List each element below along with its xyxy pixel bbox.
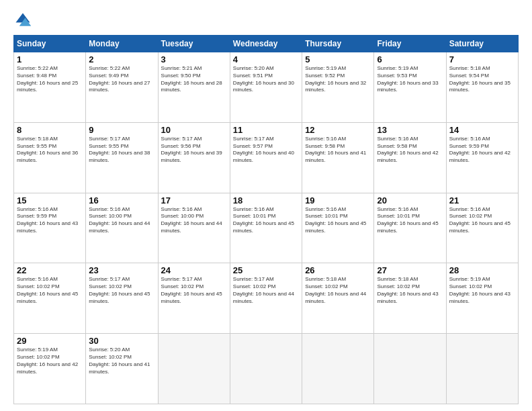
day-number: 5 — [305, 54, 371, 64]
day-detail: Sunrise: 5:16 AM Sunset: 9:58 PM Dayligh… — [305, 136, 371, 165]
day-detail: Sunrise: 5:16 AM Sunset: 10:00 PM Daylig… — [89, 206, 154, 235]
day-cell-11: 11Sunrise: 5:17 AM Sunset: 9:57 PM Dayli… — [230, 122, 302, 193]
day-number: 11 — [233, 125, 299, 135]
day-cell-20: 20Sunrise: 5:16 AM Sunset: 10:01 PM Dayl… — [374, 193, 446, 263]
day-cell-5: 5Sunrise: 5:19 AM Sunset: 9:52 PM Daylig… — [302, 52, 374, 123]
day-detail: Sunrise: 5:17 AM Sunset: 10:02 PM Daylig… — [233, 276, 299, 305]
day-detail: Sunrise: 5:17 AM Sunset: 10:02 PM Daylig… — [161, 276, 227, 305]
day-number: 10 — [161, 125, 227, 135]
day-number: 27 — [377, 265, 443, 275]
day-number: 17 — [161, 195, 227, 205]
day-detail: Sunrise: 5:16 AM Sunset: 10:00 PM Daylig… — [161, 206, 227, 235]
weekday-tuesday: Tuesday — [158, 36, 230, 52]
day-cell-2: 2Sunrise: 5:22 AM Sunset: 9:49 PM Daylig… — [86, 52, 158, 123]
weekday-saturday: Saturday — [446, 36, 518, 52]
day-number: 7 — [449, 54, 515, 64]
day-number: 21 — [449, 195, 515, 205]
page: SundayMondayTuesdayWednesdayThursdayFrid… — [0, 0, 532, 411]
empty-cell — [446, 334, 518, 404]
empty-cell — [158, 334, 230, 404]
day-number: 8 — [17, 125, 83, 135]
week-row-3: 15Sunrise: 5:16 AM Sunset: 9:59 PM Dayli… — [14, 193, 519, 263]
weekday-friday: Friday — [374, 36, 446, 52]
weekday-sunday: Sunday — [14, 36, 86, 52]
day-detail: Sunrise: 5:16 AM Sunset: 10:01 PM Daylig… — [305, 206, 371, 235]
day-number: 25 — [233, 265, 299, 275]
day-detail: Sunrise: 5:19 AM Sunset: 10:02 PM Daylig… — [17, 347, 83, 375]
day-number: 12 — [305, 125, 371, 135]
day-cell-6: 6Sunrise: 5:19 AM Sunset: 9:53 PM Daylig… — [374, 52, 446, 123]
day-number: 19 — [305, 195, 371, 205]
day-cell-19: 19Sunrise: 5:16 AM Sunset: 10:01 PM Dayl… — [302, 193, 374, 263]
day-cell-28: 28Sunrise: 5:19 AM Sunset: 10:02 PM Dayl… — [446, 263, 518, 334]
day-detail: Sunrise: 5:18 AM Sunset: 9:55 PM Dayligh… — [17, 136, 83, 165]
day-cell-12: 12Sunrise: 5:16 AM Sunset: 9:58 PM Dayli… — [302, 122, 374, 193]
day-detail: Sunrise: 5:20 AM Sunset: 9:51 PM Dayligh… — [233, 65, 299, 94]
day-detail: Sunrise: 5:16 AM Sunset: 10:02 PM Daylig… — [17, 276, 83, 305]
day-number: 29 — [17, 336, 83, 346]
weekday-wednesday: Wednesday — [230, 36, 302, 52]
day-cell-9: 9Sunrise: 5:17 AM Sunset: 9:55 PM Daylig… — [86, 122, 158, 193]
day-cell-22: 22Sunrise: 5:16 AM Sunset: 10:02 PM Dayl… — [14, 263, 86, 334]
week-row-4: 22Sunrise: 5:16 AM Sunset: 10:02 PM Dayl… — [14, 263, 519, 334]
day-detail: Sunrise: 5:22 AM Sunset: 9:48 PM Dayligh… — [17, 65, 83, 94]
week-row-2: 8Sunrise: 5:18 AM Sunset: 9:55 PM Daylig… — [14, 122, 519, 193]
weekday-header-row: SundayMondayTuesdayWednesdayThursdayFrid… — [14, 36, 519, 52]
day-number: 20 — [377, 195, 443, 205]
day-detail: Sunrise: 5:19 AM Sunset: 9:53 PM Dayligh… — [377, 65, 443, 94]
day-number: 18 — [233, 195, 299, 205]
day-cell-17: 17Sunrise: 5:16 AM Sunset: 10:00 PM Dayl… — [158, 193, 230, 263]
day-cell-13: 13Sunrise: 5:16 AM Sunset: 9:58 PM Dayli… — [374, 122, 446, 193]
day-number: 1 — [17, 54, 83, 64]
day-cell-8: 8Sunrise: 5:18 AM Sunset: 9:55 PM Daylig… — [14, 122, 86, 193]
day-number: 2 — [89, 54, 154, 64]
logo-icon — [13, 11, 32, 30]
day-cell-23: 23Sunrise: 5:17 AM Sunset: 10:02 PM Dayl… — [86, 263, 158, 334]
week-row-5: 29Sunrise: 5:19 AM Sunset: 10:02 PM Dayl… — [14, 334, 519, 404]
day-detail: Sunrise: 5:18 AM Sunset: 10:02 PM Daylig… — [377, 276, 443, 305]
day-detail: Sunrise: 5:21 AM Sunset: 9:50 PM Dayligh… — [161, 65, 227, 94]
header — [13, 11, 519, 30]
day-cell-4: 4Sunrise: 5:20 AM Sunset: 9:51 PM Daylig… — [230, 52, 302, 123]
empty-cell — [302, 334, 374, 404]
day-detail: Sunrise: 5:18 AM Sunset: 9:54 PM Dayligh… — [449, 65, 515, 94]
day-cell-3: 3Sunrise: 5:21 AM Sunset: 9:50 PM Daylig… — [158, 52, 230, 123]
day-cell-7: 7Sunrise: 5:18 AM Sunset: 9:54 PM Daylig… — [446, 52, 518, 123]
day-cell-30: 30Sunrise: 5:20 AM Sunset: 10:02 PM Dayl… — [86, 334, 158, 404]
day-number: 9 — [89, 125, 154, 135]
day-cell-26: 26Sunrise: 5:18 AM Sunset: 10:02 PM Dayl… — [302, 263, 374, 334]
day-detail: Sunrise: 5:20 AM Sunset: 10:02 PM Daylig… — [89, 347, 154, 375]
day-cell-29: 29Sunrise: 5:19 AM Sunset: 10:02 PM Dayl… — [14, 334, 86, 404]
day-detail: Sunrise: 5:16 AM Sunset: 9:58 PM Dayligh… — [377, 136, 443, 165]
day-cell-10: 10Sunrise: 5:17 AM Sunset: 9:56 PM Dayli… — [158, 122, 230, 193]
day-number: 3 — [161, 54, 227, 64]
calendar-header: SundayMondayTuesdayWednesdayThursdayFrid… — [14, 36, 519, 52]
day-number: 22 — [17, 265, 83, 275]
calendar-table: SundayMondayTuesdayWednesdayThursdayFrid… — [13, 35, 519, 404]
day-cell-16: 16Sunrise: 5:16 AM Sunset: 10:00 PM Dayl… — [86, 193, 158, 263]
day-cell-15: 15Sunrise: 5:16 AM Sunset: 9:59 PM Dayli… — [14, 193, 86, 263]
day-cell-21: 21Sunrise: 5:16 AM Sunset: 10:02 PM Dayl… — [446, 193, 518, 263]
week-row-1: 1Sunrise: 5:22 AM Sunset: 9:48 PM Daylig… — [14, 52, 519, 123]
day-detail: Sunrise: 5:17 AM Sunset: 10:02 PM Daylig… — [89, 276, 154, 305]
day-number: 30 — [89, 336, 154, 346]
day-detail: Sunrise: 5:19 AM Sunset: 9:52 PM Dayligh… — [305, 65, 371, 94]
day-detail: Sunrise: 5:16 AM Sunset: 9:59 PM Dayligh… — [449, 136, 515, 165]
day-detail: Sunrise: 5:17 AM Sunset: 9:57 PM Dayligh… — [233, 136, 299, 165]
day-number: 28 — [449, 265, 515, 275]
day-detail: Sunrise: 5:19 AM Sunset: 10:02 PM Daylig… — [449, 276, 515, 305]
day-detail: Sunrise: 5:16 AM Sunset: 10:02 PM Daylig… — [449, 206, 515, 235]
day-detail: Sunrise: 5:17 AM Sunset: 9:55 PM Dayligh… — [89, 136, 154, 165]
day-number: 16 — [89, 195, 154, 205]
weekday-monday: Monday — [86, 36, 158, 52]
empty-cell — [230, 334, 302, 404]
logo — [13, 11, 35, 30]
day-detail: Sunrise: 5:16 AM Sunset: 9:59 PM Dayligh… — [17, 206, 83, 235]
day-cell-25: 25Sunrise: 5:17 AM Sunset: 10:02 PM Dayl… — [230, 263, 302, 334]
calendar-body: 1Sunrise: 5:22 AM Sunset: 9:48 PM Daylig… — [14, 52, 519, 404]
day-number: 13 — [377, 125, 443, 135]
empty-cell — [374, 334, 446, 404]
day-number: 14 — [449, 125, 515, 135]
day-number: 15 — [17, 195, 83, 205]
weekday-thursday: Thursday — [302, 36, 374, 52]
